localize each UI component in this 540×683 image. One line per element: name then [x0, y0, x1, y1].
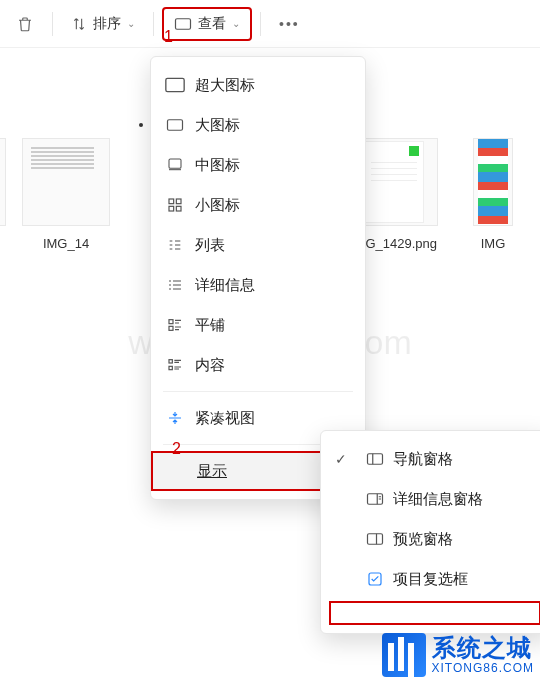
thumbnail — [0, 138, 6, 226]
menu-label: 超大图标 — [195, 76, 255, 95]
svg-rect-5 — [176, 199, 181, 204]
preview-pane-toggle[interactable]: 预览窗格 — [321, 519, 540, 559]
file-item[interactable]: ng — [0, 138, 9, 683]
sort-button[interactable]: 排序 ⌄ — [61, 9, 145, 39]
view-option-small[interactable]: 小图标 — [151, 185, 365, 225]
details-pane-toggle[interactable]: 详细信息窗格 — [321, 479, 540, 519]
show-submenu: ✓ 导航窗格 详细信息窗格 预览窗格 项目复选框 — [320, 430, 540, 634]
view-option-tiles[interactable]: 平铺 — [151, 305, 365, 345]
view-option-list[interactable]: 列表 — [151, 225, 365, 265]
menu-label: 详细信息窗格 — [393, 490, 483, 509]
svg-rect-9 — [169, 326, 173, 330]
view-button[interactable]: 查看 ⌄ — [162, 7, 252, 41]
menu-label: 紧凑视图 — [195, 409, 255, 428]
check-icon: ✓ — [335, 451, 347, 467]
svg-rect-7 — [176, 206, 181, 211]
details-icon — [165, 277, 185, 293]
annotation-1: 1 — [164, 28, 173, 46]
file-name: IMG_14 — [43, 236, 89, 251]
medium-icon — [165, 157, 185, 173]
brand-badge: 系统之城 XITONG86.COM — [382, 633, 534, 677]
menu-label: 预览窗格 — [393, 530, 453, 549]
view-label: 查看 — [198, 15, 226, 33]
more-button[interactable]: ••• — [269, 10, 310, 38]
details-pane-icon — [365, 492, 385, 506]
view-option-details[interactable]: 详细信息 — [151, 265, 365, 305]
large-icon — [165, 118, 185, 132]
menu-label: 列表 — [195, 236, 225, 255]
preview-pane-icon — [365, 532, 385, 546]
svg-rect-12 — [368, 454, 383, 465]
svg-rect-8 — [169, 320, 173, 324]
menu-label: 显示 — [197, 462, 227, 481]
list-icon — [165, 237, 185, 253]
compact-icon — [165, 410, 185, 426]
menu-label: 导航窗格 — [393, 450, 453, 469]
delete-button[interactable] — [6, 9, 44, 39]
menu-label: 中图标 — [195, 156, 240, 175]
file-name: IMG — [481, 236, 506, 251]
content-icon — [165, 357, 185, 373]
view-option-medium[interactable]: 中图标 — [151, 145, 365, 185]
brand-logo-icon — [382, 633, 426, 677]
menu-label: 项目复选框 — [393, 570, 468, 589]
brand-domain: XITONG86.COM — [432, 662, 534, 675]
svg-rect-2 — [168, 120, 183, 131]
nav-pane-toggle[interactable]: ✓ 导航窗格 — [321, 439, 540, 479]
svg-rect-10 — [169, 360, 172, 363]
menu-label: 平铺 — [195, 316, 225, 335]
tiles-icon — [165, 317, 185, 333]
svg-rect-1 — [166, 78, 184, 91]
menu-label: 小图标 — [195, 196, 240, 215]
view-icon — [174, 17, 192, 31]
svg-rect-14 — [368, 534, 383, 545]
sort-icon — [71, 16, 87, 32]
svg-rect-4 — [169, 199, 174, 204]
item-checkboxes-toggle[interactable]: 项目复选框 — [321, 559, 540, 599]
chevron-down-icon: ⌄ — [232, 18, 240, 29]
file-item[interactable]: IMG_14 — [19, 138, 113, 683]
brand-name: 系统之城 — [432, 635, 534, 661]
menu-label: 详细信息 — [195, 276, 255, 295]
divider — [260, 12, 261, 36]
nav-pane-icon — [365, 452, 385, 466]
selected-bullet-icon — [139, 123, 143, 127]
annotation-2: 2 — [172, 440, 181, 458]
sort-label: 排序 — [93, 15, 121, 33]
checkbox-icon — [365, 571, 385, 587]
thumbnail — [22, 138, 110, 226]
menu-label: 内容 — [195, 356, 225, 375]
view-option-extra-large[interactable]: 超大图标 — [151, 65, 365, 105]
small-icon — [165, 197, 185, 213]
svg-rect-3 — [169, 159, 181, 168]
annotation-cutoff — [329, 601, 540, 625]
svg-rect-6 — [169, 206, 174, 211]
toolbar: 排序 ⌄ 查看 ⌄ 1 ••• — [0, 0, 540, 48]
thumbnail — [473, 138, 513, 226]
view-option-content[interactable]: 内容 — [151, 345, 365, 385]
extra-large-icon — [165, 77, 185, 93]
more-icon: ••• — [279, 16, 300, 32]
divider — [153, 12, 154, 36]
chevron-down-icon: ⌄ — [127, 18, 135, 29]
divider — [52, 12, 53, 36]
svg-rect-0 — [176, 18, 191, 29]
trash-icon — [16, 15, 34, 33]
view-option-large[interactable]: 大图标 — [151, 105, 365, 145]
menu-label: 大图标 — [195, 116, 240, 135]
svg-rect-11 — [169, 366, 172, 369]
menu-separator — [163, 391, 353, 392]
